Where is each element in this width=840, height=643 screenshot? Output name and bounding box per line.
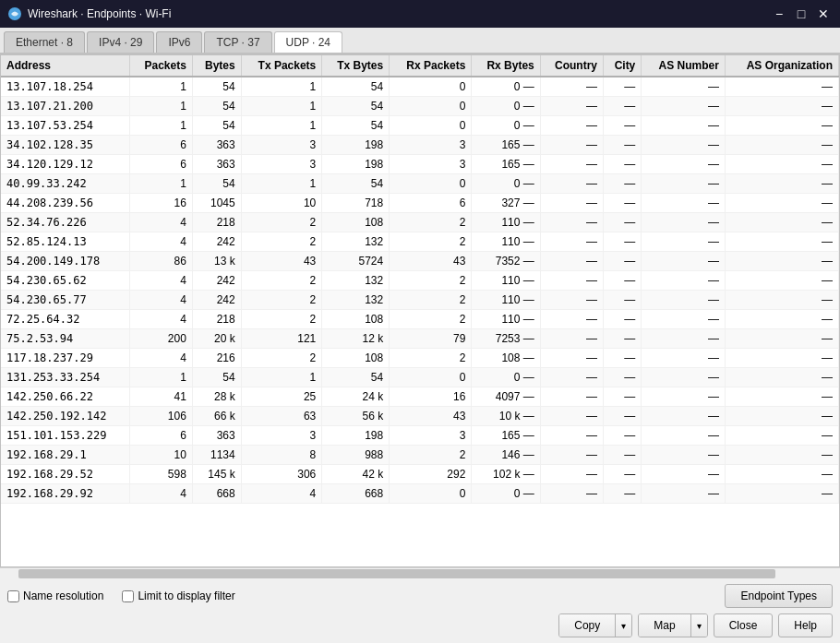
- table-cell: —: [540, 329, 603, 349]
- horizontal-scrollbar[interactable]: [0, 567, 840, 578]
- table-cell: 1: [241, 174, 322, 194]
- table-cell: 13 k: [192, 252, 241, 271]
- table-cell: 117.18.237.29: [1, 349, 130, 368]
- endpoint-types-button[interactable]: Endpoint Types: [725, 584, 833, 608]
- copy-dropdown-arrow[interactable]: ▾: [616, 614, 631, 637]
- table-cell: 3: [241, 136, 322, 155]
- table-cell: 0 —: [472, 97, 540, 116]
- col-tx-packets[interactable]: Tx Packets: [241, 55, 322, 77]
- table-cell: 43: [390, 252, 472, 271]
- limit-filter-checkbox-label[interactable]: Limit to display filter: [122, 589, 234, 602]
- limit-filter-checkbox[interactable]: [122, 590, 134, 602]
- table-row[interactable]: 34.120.129.12636331983165 —————: [1, 155, 839, 174]
- col-bytes[interactable]: Bytes: [192, 55, 241, 77]
- table-row[interactable]: 142.250.192.14210666 k6356 k4310 k —————: [1, 407, 839, 426]
- col-country[interactable]: Country: [540, 55, 603, 77]
- table-row[interactable]: 75.2.53.9420020 k12112 k797253 —————: [1, 329, 839, 349]
- scrollbar-thumb[interactable]: [18, 569, 775, 578]
- tab-ethernet[interactable]: Ethernet · 8: [4, 31, 85, 53]
- table-cell: 1: [241, 97, 322, 116]
- table-row[interactable]: 44.208.239.56161045107186327 —————: [1, 194, 839, 213]
- table-cell: 54: [322, 116, 390, 136]
- table-row[interactable]: 13.107.21.20015415400 —————: [1, 97, 839, 116]
- map-dropdown-arrow[interactable]: ▾: [691, 614, 707, 637]
- col-packets[interactable]: Packets: [130, 55, 193, 77]
- table-cell: 16: [390, 387, 472, 407]
- tab-udp[interactable]: UDP · 24: [274, 31, 342, 53]
- table-cell: —: [604, 387, 642, 407]
- col-city[interactable]: City: [604, 55, 642, 77]
- table-cell-as-org: —: [725, 329, 838, 349]
- table-cell: 54: [192, 77, 241, 97]
- table-cell-as-org: —: [725, 465, 838, 484]
- table-row[interactable]: 192.168.29.924668466800 —————: [1, 484, 839, 504]
- table-cell: —: [642, 271, 726, 291]
- table-cell: 54: [192, 97, 241, 116]
- table-cell: 0 —: [472, 77, 540, 97]
- table-cell: 292: [390, 465, 472, 484]
- table-row[interactable]: 192.168.29.110113489882146 —————: [1, 446, 839, 465]
- table-cell: —: [604, 116, 642, 136]
- table-cell: 108: [322, 213, 390, 232]
- table-cell: 1: [241, 368, 322, 387]
- table-row[interactable]: 13.107.18.25415415400 —————: [1, 77, 839, 97]
- table-row[interactable]: 117.18.237.29421621082108 —————: [1, 349, 839, 368]
- table-row[interactable]: 131.253.33.25415415400 —————: [1, 368, 839, 387]
- help-button[interactable]: Help: [778, 613, 833, 637]
- table-cell: 4: [130, 310, 193, 329]
- table-cell: 44.208.239.56: [1, 194, 130, 213]
- table-cell: —: [604, 232, 642, 252]
- table-cell: 306: [241, 465, 322, 484]
- table-row[interactable]: 52.85.124.13424221322110 —————: [1, 232, 839, 252]
- table-cell: —: [642, 426, 726, 446]
- col-rx-bytes[interactable]: Rx Bytes: [472, 55, 540, 77]
- table-row[interactable]: 142.250.66.224128 k2524 k164097 —————: [1, 387, 839, 407]
- table-row[interactable]: 54.230.65.77424221322110 —————: [1, 291, 839, 310]
- table-row[interactable]: 192.168.29.52598145 k30642 k292102 k ———…: [1, 465, 839, 484]
- name-resolution-checkbox-label[interactable]: Name resolution: [7, 589, 103, 602]
- table-cell: 132: [322, 232, 390, 252]
- tab-tcp[interactable]: TCP · 37: [204, 31, 271, 53]
- table-cell: 16: [130, 194, 193, 213]
- table-cell: —: [604, 349, 642, 368]
- table-cell: —: [642, 349, 726, 368]
- table-cell: 7253 —: [472, 329, 540, 349]
- close-button[interactable]: ✕: [814, 5, 833, 23]
- table-row[interactable]: 151.101.153.229636331983165 —————: [1, 426, 839, 446]
- tab-ipv4[interactable]: IPv4 · 29: [87, 31, 154, 53]
- table-cell: 216: [192, 349, 241, 368]
- table-row[interactable]: 34.102.128.35636331983165 —————: [1, 136, 839, 155]
- minimize-button[interactable]: −: [770, 5, 788, 23]
- col-as-org[interactable]: AS Organization: [725, 55, 838, 77]
- table-row[interactable]: 54.230.65.62424221322110 —————: [1, 271, 839, 291]
- table-cell: —: [642, 407, 726, 426]
- table-cell: —: [604, 174, 642, 194]
- col-address[interactable]: Address: [1, 55, 130, 77]
- col-tx-bytes[interactable]: Tx Bytes: [322, 55, 390, 77]
- table-cell: 0: [390, 484, 472, 504]
- endpoints-table-container[interactable]: Address Packets Bytes Tx Packets Tx Byte…: [0, 54, 840, 567]
- table-cell-as-org: —: [725, 155, 838, 174]
- table-cell: —: [540, 426, 603, 446]
- table-row[interactable]: 54.200.149.1788613 k435724437352 —————: [1, 252, 839, 271]
- table-cell: —: [642, 77, 726, 97]
- map-button[interactable]: Map: [639, 614, 690, 637]
- table-row[interactable]: 72.25.64.32421821082110 —————: [1, 310, 839, 329]
- col-rx-packets[interactable]: Rx Packets: [390, 55, 472, 77]
- table-cell: 25: [241, 387, 322, 407]
- name-resolution-checkbox[interactable]: [7, 590, 19, 602]
- tab-ipv6[interactable]: IPv6: [156, 31, 202, 53]
- table-cell: 43: [241, 252, 322, 271]
- table-row[interactable]: 13.107.53.25415415400 —————: [1, 116, 839, 136]
- buttons-row: Copy ▾ Map ▾ Close Help: [7, 613, 833, 637]
- col-as-number[interactable]: AS Number: [642, 55, 726, 77]
- table-cell: 12 k: [322, 329, 390, 349]
- table-row[interactable]: 40.99.33.24215415400 —————: [1, 174, 839, 194]
- maximize-button[interactable]: □: [792, 5, 810, 23]
- table-cell: 3: [241, 426, 322, 446]
- table-cell: 20 k: [192, 329, 241, 349]
- table-row[interactable]: 52.34.76.226421821082110 —————: [1, 213, 839, 232]
- close-button-footer[interactable]: Close: [714, 613, 774, 637]
- copy-button[interactable]: Copy: [559, 614, 616, 637]
- title-bar: Wireshark · Endpoints · Wi-Fi − □ ✕: [0, 0, 840, 28]
